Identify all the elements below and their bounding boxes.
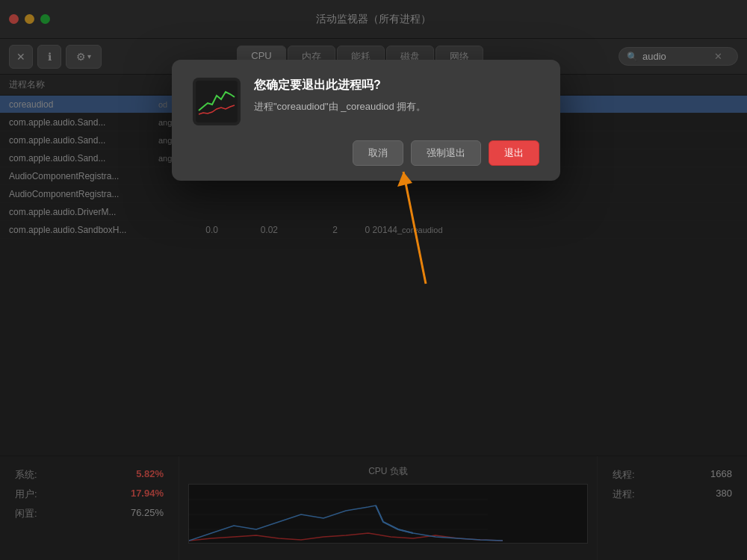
svg-rect-3 xyxy=(196,81,238,122)
dialog-text-area: 您确定要退出此进程吗? 进程"coreaudiod"由 _coreaudiod … xyxy=(254,78,539,125)
dialog-content: 您确定要退出此进程吗? 进程"coreaudiod"由 _coreaudiod … xyxy=(193,78,539,125)
dialog-app-icon xyxy=(193,78,241,125)
quit-button[interactable]: 退出 xyxy=(489,140,539,166)
quit-process-dialog: 您确定要退出此进程吗? 进程"coreaudiod"由 _coreaudiod … xyxy=(172,60,560,181)
cancel-button[interactable]: 取消 xyxy=(353,140,403,166)
dialog-overlay: 您确定要退出此进程吗? 进程"coreaudiod"由 _coreaudiod … xyxy=(0,0,747,560)
dialog-title: 您确定要退出此进程吗? xyxy=(254,78,539,93)
force-quit-button[interactable]: 强制退出 xyxy=(411,140,481,166)
dialog-description: 进程"coreaudiod"由 _coreaudiod 拥有。 xyxy=(254,99,539,114)
app-icon-svg xyxy=(196,81,238,122)
dialog-buttons: 取消 强制退出 退出 xyxy=(193,140,539,166)
